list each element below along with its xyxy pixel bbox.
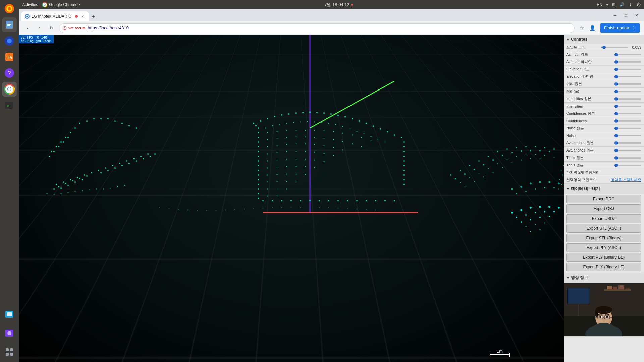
close-button[interactable]: ✕ <box>632 11 641 20</box>
svg-point-230 <box>314 160 315 161</box>
export-obj-button[interactable]: Export OBJ <box>566 204 641 213</box>
control-slider-elevation-angle[interactable] <box>614 69 641 70</box>
finish-update-button[interactable]: Finish update ⋮ <box>600 23 640 33</box>
control-slider-avalanches-raw2[interactable] <box>614 150 641 151</box>
app-name-label[interactable]: Google Chrome ▾ <box>42 2 81 7</box>
taskbar-help-icon[interactable]: ? <box>2 66 17 80</box>
control-slider-intensities-raw[interactable] <box>614 98 641 100</box>
control-slider-distance-m[interactable] <box>614 91 641 92</box>
export-ply-binary-be-button[interactable]: Export PLY (Binary BE) <box>566 253 641 262</box>
controls-header[interactable]: ▼ Controls <box>564 35 644 44</box>
svg-point-186 <box>277 131 278 132</box>
activities-label[interactable]: Activities <box>22 2 38 7</box>
taskbar-app-icon[interactable] <box>2 34 17 48</box>
slider-thumb[interactable] <box>614 75 618 78</box>
slider-thumb[interactable] <box>614 60 618 64</box>
svg-point-287 <box>474 181 475 182</box>
svg-point-160 <box>337 200 339 201</box>
export-ply-binary-le-button[interactable]: Export PLY (Binary LE) <box>566 263 641 272</box>
svg-point-123 <box>394 134 395 136</box>
taskbar-photo-icon[interactable] <box>2 326 17 341</box>
slider-thumb[interactable] <box>614 141 618 145</box>
control-slider-confidences[interactable] <box>614 120 641 122</box>
speaker-icon[interactable]: 🔊 <box>620 2 625 7</box>
control-slider-noise-raw[interactable] <box>614 128 641 129</box>
svg-point-257 <box>497 151 498 152</box>
taskbar-files-icon[interactable] <box>2 17 17 32</box>
control-slider-distance-raw[interactable] <box>614 83 641 85</box>
slider-thumb[interactable] <box>614 127 618 130</box>
control-label-confidences-raw: Confidences 원본 <box>566 111 613 116</box>
slider-thumb[interactable] <box>614 149 618 152</box>
control-slider-noise[interactable] <box>614 135 641 136</box>
back-button[interactable]: ‹ <box>23 23 32 33</box>
slider-thumb[interactable] <box>614 156 618 160</box>
app-content: 72 FPS (0-140) calling gpu AccBi <box>19 35 644 362</box>
control-slider-confidences-raw[interactable] <box>614 113 641 114</box>
control-slider-trials-raw2[interactable] <box>614 165 641 166</box>
slider-thumb[interactable] <box>614 97 618 101</box>
control-slider-trials-raw[interactable] <box>614 157 641 159</box>
control-slider-intensities[interactable] <box>614 106 641 107</box>
tab-close-button[interactable]: ✕ <box>80 14 85 19</box>
taskbar-appstore-icon[interactable]: 🛍 <box>2 50 17 64</box>
taskbar-apps-icon[interactable] <box>2 345 17 359</box>
taskbar-terminal-icon[interactable]: >_ <box>2 98 17 113</box>
svg-point-255 <box>478 160 480 162</box>
export-ply-ascii-button[interactable]: Export PLY (ASCII) <box>566 243 641 252</box>
export-header[interactable]: ▼ 데이터 내보내기 <box>564 184 644 194</box>
slider-thumb[interactable] <box>602 46 606 49</box>
svg-point-103 <box>253 123 254 124</box>
power-icon[interactable]: ⏻ <box>637 2 641 7</box>
slider-thumb[interactable] <box>614 82 618 86</box>
3d-viewport[interactable]: 72 FPS (0-140) calling gpu AccBi <box>19 35 564 362</box>
profile-button[interactable]: 👤 <box>588 23 597 33</box>
svg-point-262 <box>544 147 545 148</box>
svg-point-306 <box>563 165 564 166</box>
active-tab[interactable]: LG Innotek MLiDAR C ✕ <box>21 11 89 21</box>
bookmark-button[interactable]: ☆ <box>577 23 587 33</box>
svg-point-312 <box>159 207 160 208</box>
fps-overlay: 72 FPS (0-140) calling gpu AccBi <box>19 35 54 43</box>
pointcloud-canvas[interactable]: 1m <box>19 35 564 362</box>
control-slider-point-size[interactable] <box>601 47 628 48</box>
forward-button[interactable]: › <box>35 23 44 33</box>
refresh-button[interactable]: ↻ <box>47 23 56 33</box>
video-header[interactable]: ▼ 영상 정보 <box>564 273 644 283</box>
url-display[interactable]: https://localhost:4310 <box>88 25 129 31</box>
address-bar[interactable]: Not secure https://localhost:4310 <box>59 23 575 33</box>
slider-thumb[interactable] <box>614 112 618 115</box>
minimize-button[interactable]: ─ <box>610 11 620 20</box>
export-stl-binary-button[interactable]: Export STL (Binary) <box>566 234 641 242</box>
select-region-link[interactable]: 영역을 선택하세요 <box>611 177 641 182</box>
export-usdz-button[interactable]: Export USDZ <box>566 214 641 223</box>
slider-thumb[interactable] <box>614 90 618 93</box>
taskbar-screenshot-icon[interactable] <box>2 307 17 322</box>
control-label-elevation-radian: Elevation 라디안 <box>566 74 613 79</box>
taskbar-firefox-icon[interactable] <box>2 1 17 16</box>
svg-point-181 <box>364 133 365 134</box>
mic-icon[interactable]: 🎙 <box>629 2 633 7</box>
control-slider-azimuth-radian[interactable] <box>614 61 641 63</box>
slider-thumb[interactable] <box>614 105 618 108</box>
taskbar: 🛍 ? >_ <box>0 0 19 362</box>
svg-point-299 <box>548 181 550 183</box>
control-slider-elevation-radian[interactable] <box>614 76 641 77</box>
language-indicator[interactable]: EN <box>597 2 602 7</box>
slider-thumb[interactable] <box>614 164 618 167</box>
control-slider-avalanches-raw[interactable] <box>614 142 641 144</box>
maximize-button[interactable]: □ <box>621 11 631 20</box>
slider-thumb[interactable] <box>614 68 618 71</box>
control-slider-azimuth-angle[interactable] <box>614 54 641 55</box>
network-icon[interactable]: ⊞ <box>612 2 615 7</box>
taskbar-chrome-icon[interactable] <box>2 82 17 97</box>
svg-point-207 <box>361 146 362 147</box>
export-drc-button[interactable]: Export DRC <box>566 195 641 203</box>
slider-thumb[interactable] <box>614 119 618 123</box>
video-title: 영상 정보 <box>571 275 588 281</box>
svg-point-96 <box>82 190 83 191</box>
new-tab-button[interactable]: + <box>89 12 98 21</box>
slider-thumb[interactable] <box>614 134 618 137</box>
export-stl-ascii-button[interactable]: Export STL (ASCII) <box>566 224 641 233</box>
slider-thumb[interactable] <box>614 53 618 56</box>
